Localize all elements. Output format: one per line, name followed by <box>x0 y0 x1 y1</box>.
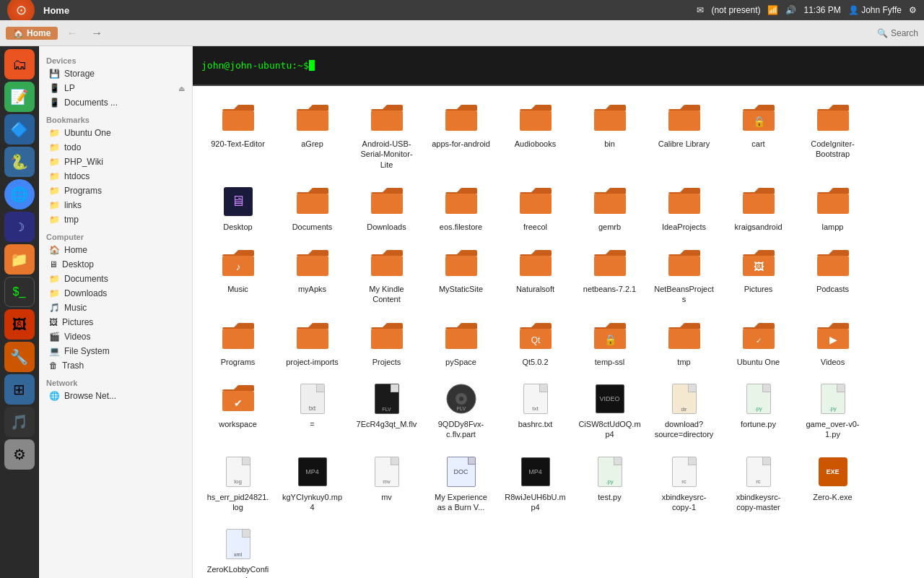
sidebar-item-todo[interactable]: 📁 todo <box>39 140 192 155</box>
file-item[interactable]: Qt Qt5.0.2 <box>501 315 570 371</box>
file-item[interactable]: log hs_err_pid24821.log <box>204 450 272 517</box>
file-item[interactable]: kraigsandroid <box>724 180 793 236</box>
dock-eclipse[interactable]: ☽ <box>4 212 35 242</box>
file-item[interactable]: Documents <box>278 180 346 236</box>
forward-button[interactable]: → <box>87 25 107 41</box>
sidebar-item-lp[interactable]: 📱 LP ⏏ <box>39 81 192 95</box>
sidebar-item-trash[interactable]: 🗑 Trash <box>39 358 192 373</box>
dock-tools[interactable]: 🔧 <box>4 342 35 372</box>
file-item[interactable]: FLV 9QDDy8Fvx-c.flv.part <box>427 377 495 444</box>
file-item[interactable]: VIDEO CiSW8ctUdOQ.mp4 <box>575 377 644 444</box>
documents-device-icon: 📱 <box>49 98 60 108</box>
file-item[interactable]: MP4 kgYCIynkuy0.mp4 <box>278 450 346 517</box>
sidebar-item-documents[interactable]: 📱 Documents ... <box>39 95 192 110</box>
file-item[interactable]: EXE Zero-K.exe <box>798 450 867 517</box>
file-item[interactable]: .py game_over-v0-1.py <box>798 377 867 444</box>
volume-icon[interactable]: 🔊 <box>785 5 796 15</box>
file-item[interactable]: netbeans-7.2.1 <box>575 242 644 309</box>
dock-files[interactable]: 🗂 <box>4 49 35 79</box>
file-item[interactable]: project-imports <box>278 315 346 371</box>
wifi-icon[interactable]: 📶 <box>767 5 778 15</box>
file-item[interactable]: CodeIgniter-Bootstrap <box>798 97 867 174</box>
file-item[interactable]: MyStaticSite <box>427 242 495 309</box>
sidebar-item-pictures[interactable]: 🖼 Pictures <box>39 315 192 329</box>
dock-text-editor[interactable]: 📝 <box>4 82 35 112</box>
dock-media[interactable]: 🎵 <box>4 407 35 437</box>
file-item[interactable]: myApks <box>278 242 346 309</box>
dock-folder[interactable]: 📁 <box>4 244 35 275</box>
file-item[interactable]: .py fortune.py <box>724 377 793 444</box>
file-item[interactable]: freecol <box>501 180 570 236</box>
dock-settings[interactable]: ⚙ <box>4 439 35 470</box>
settings-icon[interactable]: ⚙ <box>909 5 917 15</box>
file-item[interactable]: .py test.py <box>575 450 644 517</box>
sidebar-item-desktop[interactable]: 🖥 Desktop <box>39 257 192 272</box>
sidebar-item-music[interactable]: 🎵 Music <box>39 301 192 315</box>
sidebar-item-htdocs[interactable]: 📁 htdocs <box>39 169 192 184</box>
user-name[interactable]: 👤 John Fyffe <box>848 5 902 15</box>
file-item[interactable]: dir download?source=directory <box>650 377 718 444</box>
file-item[interactable]: IdeaProjects <box>650 180 718 236</box>
dock-terminal[interactable]: $_ <box>4 277 35 307</box>
sidebar-item-tmp[interactable]: 📁 tmp <box>39 212 192 227</box>
dock-python[interactable]: 🐍 <box>4 147 35 177</box>
sidebar-item-documents-comp[interactable]: 📁 Documents <box>39 272 192 286</box>
mail-icon[interactable]: ✉ <box>697 5 704 15</box>
sidebar-item-programs[interactable]: 📁 Programs <box>39 184 192 198</box>
sidebar-item-browse-network[interactable]: 🌐 Browse Net... <box>39 389 192 403</box>
file-item[interactable]: Naturalsoft <box>501 242 570 309</box>
file-item[interactable]: ✓ Ubuntu One <box>724 315 793 371</box>
file-item[interactable]: apps-for-android <box>427 97 495 174</box>
file-item[interactable]: txt = <box>278 377 346 444</box>
file-item[interactable]: MP4 R8wiJeUH6bU.mp4 <box>501 450 570 517</box>
file-item[interactable]: ✔ workspace <box>204 377 272 444</box>
back-button[interactable]: ← <box>62 25 82 41</box>
file-item-downloads[interactable]: Downloads <box>352 180 421 236</box>
sidebar-item-php-wiki[interactable]: 📁 PHP_Wiki <box>39 155 192 169</box>
file-item[interactable]: 🖼 Pictures <box>724 242 793 309</box>
file-item[interactable]: mv mv <box>352 450 421 517</box>
file-item[interactable]: DOC My Experience as a Burn V... <box>427 450 495 517</box>
home-button[interactable]: 🏠 Home <box>6 27 58 40</box>
file-item[interactable]: xml ZeroKLobbyConfig.xml <box>204 522 272 578</box>
file-item[interactable]: Android-USB-Serial-Monitor-Lite <box>352 97 421 174</box>
file-item[interactable]: tmp <box>650 315 718 371</box>
sidebar-item-downloads[interactable]: 📁 Downloads <box>39 286 192 301</box>
file-item[interactable]: ♪ Music <box>204 242 272 309</box>
search-label[interactable]: Search <box>891 28 918 38</box>
file-item[interactable]: pySpace <box>427 315 495 371</box>
file-item[interactable]: gemrb <box>575 180 644 236</box>
file-item[interactable]: eos.filestore <box>427 180 495 236</box>
sidebar-item-home[interactable]: 🏠 Home <box>39 243 192 257</box>
sidebar-item-filesystem[interactable]: 💻 File System <box>39 344 192 358</box>
sidebar-item-ubuntu-one[interactable]: 📁 Ubuntu One <box>39 126 192 140</box>
file-item[interactable]: Audiobooks <box>501 97 570 174</box>
file-item[interactable]: bin <box>575 97 644 174</box>
file-item[interactable]: FLV 7EcR4g3qt_M.flv <box>352 377 421 444</box>
file-item[interactable]: 🔒 temp-ssl <box>575 315 644 371</box>
dock-image[interactable]: 🖼 <box>4 309 35 340</box>
dock-system[interactable]: 🔷 <box>4 114 35 144</box>
file-item[interactable]: rc xbindkeysrc-copy-1 <box>650 450 718 517</box>
file-item[interactable]: Podcasts <box>798 242 867 309</box>
sidebar-item-links[interactable]: 📁 links <box>39 198 192 212</box>
file-item[interactable]: 🖥 Desktop <box>204 180 272 236</box>
file-item[interactable]: lampp <box>798 180 867 236</box>
dock-grid[interactable]: ⊞ <box>4 374 35 405</box>
eject-button[interactable]: ⏏ <box>178 85 185 92</box>
file-item[interactable]: txt bashrc.txt <box>501 377 570 444</box>
file-item[interactable]: NetBeansProjects <box>650 242 718 309</box>
file-item[interactable]: Calibre Library <box>650 97 718 174</box>
file-item[interactable]: ▶ Videos <box>798 315 867 371</box>
file-item[interactable]: aGrep <box>278 97 346 174</box>
file-item-my-kindle-content[interactable]: My Kindle Content <box>352 242 421 309</box>
storage-icon: 💾 <box>49 69 60 79</box>
sidebar-item-storage[interactable]: 💾 Storage <box>39 66 192 81</box>
file-item[interactable]: Projects <box>352 315 421 371</box>
file-item[interactable]: Programs <box>204 315 272 371</box>
file-item[interactable]: 920-Text-Editor <box>204 97 272 174</box>
dock-chromium[interactable]: 🌐 <box>4 179 35 210</box>
file-item[interactable]: 🔒 cart <box>724 97 793 174</box>
sidebar-item-videos[interactable]: 🎬 Videos <box>39 329 192 344</box>
file-item[interactable]: rc xbindkeysrc-copy-master <box>724 450 793 517</box>
